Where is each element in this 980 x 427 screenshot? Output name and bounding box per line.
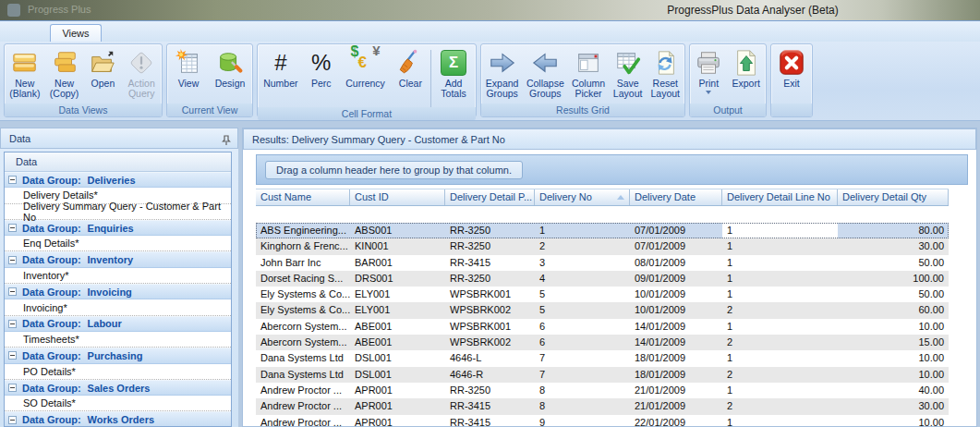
tab-views[interactable]: Views: [50, 24, 102, 43]
collapse-expander-icon[interactable]: [8, 287, 17, 296]
table-cell[interactable]: 1: [722, 287, 838, 302]
table-cell[interactable]: RR-3250: [445, 238, 535, 254]
tree-group-row[interactable]: Data Group: Invoicing: [5, 284, 231, 299]
design-button[interactable]: Design: [210, 46, 250, 89]
table-cell[interactable]: 18/01/2009: [630, 350, 722, 366]
table-cell[interactable]: 50.00: [838, 287, 949, 302]
table-cell[interactable]: RR-3250: [445, 383, 535, 398]
column-header[interactable]: Cust Name: [256, 189, 350, 205]
table-cell[interactable]: 1: [722, 223, 838, 238]
table-cell[interactable]: 100.00: [838, 271, 949, 287]
tree-column-header[interactable]: Data: [5, 152, 231, 172]
table-cell[interactable]: APR001: [350, 398, 445, 414]
collapse-expander-icon[interactable]: [8, 384, 17, 392]
table-cell[interactable]: 10.00: [838, 415, 949, 427]
table-cell[interactable]: 6: [535, 319, 630, 335]
table-cell[interactable]: 7: [535, 367, 630, 383]
column-header[interactable]: Cust ID: [350, 189, 445, 205]
table-row[interactable]: Dana Systems LtdDSL0014646-R718/01/20092…: [256, 367, 949, 383]
tree-group-row[interactable]: Data Group: Sales Orders: [5, 380, 231, 396]
collapse-expander-icon[interactable]: [8, 416, 17, 424]
table-cell[interactable]: 2: [722, 398, 838, 414]
table-cell[interactable]: ABE001: [350, 319, 445, 335]
column-header[interactable]: Delivery Detail P...: [445, 189, 535, 205]
table-cell[interactable]: 22/01/2009: [630, 415, 722, 427]
table-cell[interactable]: 21/01/2009: [630, 398, 722, 414]
collapse-expander-icon[interactable]: [8, 176, 17, 184]
table-cell[interactable]: 3: [535, 255, 630, 271]
table-cell[interactable]: 09/01/2009: [630, 271, 722, 287]
table-cell[interactable]: 18/01/2009: [630, 367, 722, 383]
table-cell[interactable]: 50.00: [838, 255, 949, 271]
exit-button[interactable]: Exit: [772, 46, 811, 89]
table-cell[interactable]: 80.00: [838, 223, 949, 238]
table-cell[interactable]: WPSBRK002: [445, 335, 535, 350]
table-cell[interactable]: 30.00: [838, 398, 949, 414]
print-button[interactable]: Print: [691, 46, 726, 94]
export-button[interactable]: Export: [728, 46, 765, 89]
table-cell[interactable]: 4646-L: [445, 350, 535, 366]
table-cell[interactable]: DSL001: [350, 350, 445, 366]
table-cell[interactable]: Dana Systems Ltd: [256, 350, 350, 366]
new-blank-button[interactable]: New (Blank): [6, 46, 44, 99]
table-cell[interactable]: ELY001: [350, 302, 445, 318]
table-cell[interactable]: Abercorn System...: [256, 335, 350, 350]
tree-item-row[interactable]: Timesheets*: [5, 332, 231, 348]
table-cell[interactable]: DRS001: [350, 271, 445, 287]
currency-button[interactable]: $ ¥ € Currency: [341, 46, 391, 89]
table-cell[interactable]: Kinghorn & Frenc...: [256, 238, 350, 254]
collapse-expander-icon[interactable]: [8, 351, 17, 360]
table-cell[interactable]: ELY001: [350, 287, 445, 302]
tree-group-row[interactable]: Data Group: Purchasing: [5, 348, 231, 363]
table-cell[interactable]: John Barr Inc: [256, 255, 350, 271]
tree-group-row[interactable]: Data Group: Works Orders: [5, 411, 231, 427]
view-button[interactable]: View: [169, 46, 208, 89]
table-cell[interactable]: 1: [722, 383, 838, 398]
table-cell[interactable]: WPSBRK001: [445, 319, 535, 335]
table-cell[interactable]: 10/01/2009: [630, 302, 722, 318]
table-cell[interactable]: Andrew Proctor ...: [256, 383, 350, 398]
table-row[interactable]: Andrew Proctor ...APR001RR-3250821/01/20…: [256, 383, 949, 398]
table-cell[interactable]: 07/01/2009: [630, 223, 722, 238]
clear-button[interactable]: Clear: [392, 46, 429, 89]
collapse-expander-icon[interactable]: [8, 224, 17, 232]
table-cell[interactable]: 1: [722, 271, 838, 287]
table-cell[interactable]: 4646-R: [445, 367, 535, 383]
table-row[interactable]: John Barr IncBAR001RR-3415308/01/2009150…: [256, 255, 949, 271]
column-header[interactable]: Delivery Detail Qty: [838, 189, 949, 205]
table-cell[interactable]: 1: [722, 350, 838, 366]
table-row[interactable]: Abercorn System...ABE001WPSBRK002614/01/…: [256, 335, 949, 350]
column-header[interactable]: Delivery Date: [630, 189, 722, 205]
table-cell[interactable]: 10/01/2009: [630, 287, 722, 302]
table-row[interactable]: ABS Engineering...ABS001RR-3250107/01/20…: [256, 223, 949, 238]
table-cell[interactable]: ABS001: [350, 223, 445, 238]
table-cell[interactable]: Andrew Proctor ...: [256, 398, 350, 414]
perc-button[interactable]: % Perc: [304, 46, 339, 89]
table-row[interactable]: Kinghorn & Frenc...KIN001RR-3250207/01/2…: [256, 238, 949, 254]
column-header[interactable]: Delivery No: [535, 189, 630, 205]
expand-groups-button[interactable]: Expand Groups: [482, 46, 523, 99]
table-cell[interactable]: 10.00: [838, 319, 949, 335]
table-cell[interactable]: 15.00: [838, 335, 949, 350]
table-cell[interactable]: Abercorn System...: [256, 319, 350, 335]
table-cell[interactable]: 07/01/2009: [630, 238, 722, 254]
table-cell[interactable]: DSL001: [350, 367, 445, 383]
table-cell[interactable]: 2: [722, 367, 838, 383]
table-cell[interactable]: Andrew Proctor ...: [256, 415, 350, 427]
table-cell[interactable]: APR001: [350, 383, 445, 398]
new-copy-button[interactable]: New (Copy): [45, 46, 84, 99]
table-cell[interactable]: RR-3250: [445, 223, 535, 238]
table-cell[interactable]: RR-3415: [445, 415, 535, 427]
save-layout-button[interactable]: Save Layout: [610, 46, 647, 99]
table-cell[interactable]: 1: [722, 255, 838, 271]
table-cell[interactable]: 1: [722, 238, 838, 254]
column-picker-button[interactable]: Column Picker: [568, 46, 609, 99]
tree-group-row[interactable]: Data Group: Labour: [5, 316, 231, 332]
table-cell[interactable]: Ely Systems & Co...: [256, 302, 350, 318]
table-cell[interactable]: 60.00: [838, 302, 949, 318]
table-cell[interactable]: 5: [535, 287, 630, 302]
table-cell[interactable]: 30.00: [838, 238, 949, 254]
tree-item-row[interactable]: PO Details*: [5, 364, 231, 380]
table-cell[interactable]: 40.00: [838, 383, 949, 398]
table-cell[interactable]: 8: [535, 398, 630, 414]
